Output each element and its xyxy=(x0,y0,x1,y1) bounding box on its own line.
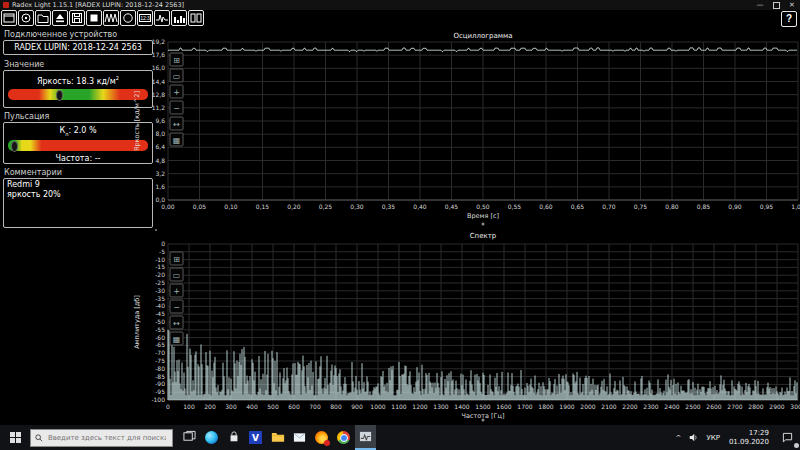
close-button[interactable]: ✕ xyxy=(784,0,800,10)
chrome-taskbar-button[interactable] xyxy=(333,425,354,450)
svg-text:1400: 1400 xyxy=(454,403,469,410)
svg-text:▭: ▭ xyxy=(173,271,181,280)
settings-button[interactable] xyxy=(18,10,34,26)
search-icon xyxy=(35,434,43,442)
svg-text:−: − xyxy=(173,303,180,312)
pulsation-marker xyxy=(11,141,18,152)
svg-text:0,95: 0,95 xyxy=(760,203,774,210)
display-button[interactable]: 12:3 xyxy=(137,10,153,26)
mail-icon xyxy=(293,428,306,447)
window-title: Radex Light 1.15.1 [RADEX LUPIN: 2018-12… xyxy=(12,1,752,9)
tray-chevron-icon[interactable]: ^ xyxy=(672,425,686,450)
svg-text:+: + xyxy=(173,287,180,296)
svg-text:0,35: 0,35 xyxy=(382,203,396,210)
spectrum-button[interactable] xyxy=(171,10,187,26)
store-taskbar-button[interactable] xyxy=(223,425,244,450)
window-button[interactable] xyxy=(1,10,17,26)
settings-icon xyxy=(19,11,33,25)
svg-text:⊞: ⊞ xyxy=(173,56,180,65)
svg-text:200: 200 xyxy=(204,403,216,410)
eject-button[interactable] xyxy=(52,10,68,26)
pulsation-section-label: Пульсация xyxy=(4,112,49,121)
action-center-icon[interactable] xyxy=(774,425,800,450)
minimize-button[interactable]: — xyxy=(752,0,768,10)
save-button[interactable] xyxy=(69,10,85,26)
svg-text:11,2: 11,2 xyxy=(152,104,166,111)
waveform-button[interactable] xyxy=(103,10,119,26)
chrome-icon xyxy=(337,431,350,444)
device-section-label: Подключенное устройство xyxy=(4,30,117,39)
svg-text:400: 400 xyxy=(246,403,258,410)
svg-text:0,50: 0,50 xyxy=(476,203,490,210)
svg-text:8,0: 8,0 xyxy=(155,130,165,137)
svg-text:-85: -85 xyxy=(155,373,165,380)
svg-text:Спектр: Спектр xyxy=(470,232,497,240)
record-button[interactable] xyxy=(120,10,136,26)
speaker-icon[interactable] xyxy=(685,425,702,450)
svg-text:12,8: 12,8 xyxy=(152,91,166,98)
device-name: RADEX LUPIN: 2018-12-24 2563 xyxy=(14,43,142,52)
svg-text:19,2: 19,2 xyxy=(152,38,166,45)
svg-text:0,40: 0,40 xyxy=(413,203,427,210)
search-input[interactable] xyxy=(46,433,168,443)
svg-text:0,10: 0,10 xyxy=(224,203,238,210)
svg-text:2400: 2400 xyxy=(664,403,679,410)
svg-text:0,55: 0,55 xyxy=(508,203,522,210)
svg-text:-65: -65 xyxy=(155,341,165,348)
svg-text:2600: 2600 xyxy=(706,403,721,410)
svg-text:2300: 2300 xyxy=(643,403,658,410)
open-folder-button[interactable] xyxy=(35,10,51,26)
svg-text:0,30: 0,30 xyxy=(350,203,364,210)
svg-text:1900: 1900 xyxy=(559,403,574,410)
svg-text:0,0: 0,0 xyxy=(155,196,165,203)
svg-text:0,75: 0,75 xyxy=(634,203,648,210)
svg-text:17,6: 17,6 xyxy=(152,51,166,58)
firefox-taskbar-button[interactable] xyxy=(311,425,332,450)
start-button[interactable] xyxy=(0,425,30,450)
svg-text:↔: ↔ xyxy=(173,319,180,328)
help-button[interactable]: ? xyxy=(781,11,797,27)
svg-text:−: − xyxy=(173,104,180,113)
radex-app-icon xyxy=(359,428,372,447)
app-icon xyxy=(3,2,9,8)
svg-text:↔: ↔ xyxy=(173,120,180,129)
svg-text:6,4: 6,4 xyxy=(155,143,165,150)
notification-badge xyxy=(794,443,799,448)
svg-text:0,85: 0,85 xyxy=(697,203,711,210)
v-app-taskbar-button[interactable]: V xyxy=(245,425,266,450)
svg-text:1,00: 1,00 xyxy=(791,203,800,210)
svg-text:▦: ▦ xyxy=(173,335,181,344)
mail-taskbar-button[interactable] xyxy=(289,425,310,450)
svg-text:-10: -10 xyxy=(155,256,165,263)
svg-text:1800: 1800 xyxy=(538,403,553,410)
maximize-button[interactable] xyxy=(768,0,784,10)
svg-text:0,70: 0,70 xyxy=(602,203,616,210)
window-icon xyxy=(2,11,16,25)
stop-button[interactable] xyxy=(86,10,102,26)
svg-text:3,2: 3,2 xyxy=(155,170,165,177)
spectrum-chart: -100-95-90-85-80-75-70-65-60-55-50-45-40… xyxy=(130,228,800,424)
svg-text:700: 700 xyxy=(309,403,321,410)
svg-text:Осциллограмма: Осциллограмма xyxy=(453,32,512,40)
display-icon: 12:3 xyxy=(138,11,152,25)
svg-text:4,8: 4,8 xyxy=(155,157,165,164)
svg-text:0,45: 0,45 xyxy=(445,203,459,210)
waveform-icon xyxy=(104,11,118,25)
oscillogram-plot: 0,01,63,24,86,48,09,611,212,814,416,017,… xyxy=(130,28,800,228)
language-indicator[interactable]: УКР xyxy=(702,425,723,450)
svg-text:-45: -45 xyxy=(155,310,165,317)
svg-text:100: 100 xyxy=(183,403,195,410)
clock[interactable]: 17:29 01.09.2020 xyxy=(724,429,774,446)
file-explorer-taskbar-button[interactable] xyxy=(267,425,288,450)
edge-taskbar-button[interactable] xyxy=(201,425,222,450)
v-app-icon: V xyxy=(249,431,262,444)
pulse-button[interactable] xyxy=(154,10,170,26)
desktop: { "window": { "title": "Radex Light 1.15… xyxy=(0,0,800,450)
task-view-taskbar-button[interactable] xyxy=(179,425,200,450)
taskbar-search[interactable] xyxy=(30,429,173,447)
tray-date: 01.09.2020 xyxy=(729,438,769,446)
radex-app-taskbar-button[interactable] xyxy=(355,425,376,450)
svg-text:▦: ▦ xyxy=(173,136,181,145)
layout-button[interactable] xyxy=(188,10,204,26)
svg-text:9,6: 9,6 xyxy=(155,117,165,124)
